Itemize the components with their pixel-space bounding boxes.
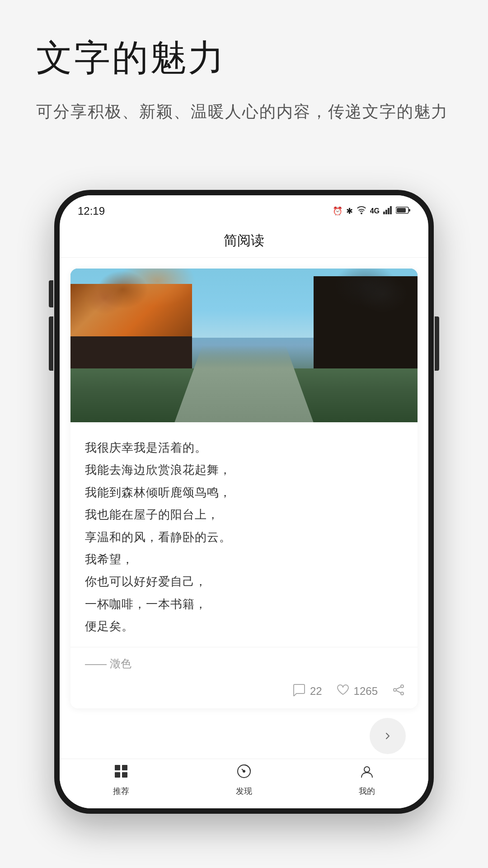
svg-rect-1 [385, 210, 387, 214]
svg-point-7 [401, 685, 404, 688]
top-content: 文字的魅力 可分享积极、新颖、温暖人心的内容，传递文字的魅力 [36, 36, 452, 125]
article-author: —— 澂色 [70, 647, 418, 678]
main-title: 文字的魅力 [36, 36, 452, 80]
svg-point-19 [364, 767, 370, 772]
next-button[interactable] [370, 718, 406, 754]
share-icon [392, 684, 405, 699]
alarm-icon: ⏰ [333, 206, 343, 216]
svg-rect-0 [383, 212, 385, 214]
nav-item-recommend[interactable]: 推荐 [60, 764, 183, 797]
svg-line-11 [396, 690, 401, 693]
phone-inner: 12:19 ⏰ ✱ 4G [60, 195, 428, 808]
svg-rect-5 [408, 209, 410, 212]
nav-label-discover: 发现 [236, 786, 252, 797]
scene-foliage [70, 269, 418, 353]
svg-line-10 [396, 687, 401, 689]
svg-rect-6 [397, 208, 406, 212]
article-footer: 22 1265 [70, 678, 418, 708]
nav-item-discover[interactable]: 发现 [183, 764, 305, 797]
app-title: 简阅读 [224, 233, 264, 248]
bottom-nav: 推荐 发现 [60, 759, 428, 808]
nav-item-profile[interactable]: 我的 [305, 764, 428, 797]
svg-point-8 [394, 689, 396, 691]
phone-outer: 12:19 ⏰ ✱ 4G [54, 190, 434, 814]
article-image-scene [70, 269, 418, 422]
svg-rect-12 [115, 765, 120, 770]
status-time: 12:19 [78, 205, 105, 217]
svg-rect-13 [122, 765, 127, 770]
svg-rect-14 [115, 772, 120, 778]
profile-icon [359, 764, 375, 783]
status-bar: 12:19 ⏰ ✱ 4G [60, 195, 428, 222]
like-count: 1265 [354, 685, 378, 698]
phone-mockup: 12:19 ⏰ ✱ 4G [54, 190, 434, 814]
signal-4g-icon: 4G [370, 207, 380, 215]
comment-icon [293, 684, 305, 699]
nav-label-recommend: 推荐 [113, 786, 129, 797]
article-body: 我很庆幸我是活着的。 我能去海边欣赏浪花起舞， 我能到森林倾听鹿颂鸟鸣， 我也能… [70, 422, 418, 647]
volume-down-button [49, 316, 53, 344]
heart-icon [337, 684, 349, 699]
scene-path [174, 345, 313, 422]
comment-count: 22 [310, 685, 322, 698]
nav-label-profile: 我的 [359, 786, 375, 797]
svg-point-9 [401, 692, 404, 695]
wifi-icon [357, 206, 366, 217]
battery-icon [396, 206, 410, 217]
like-action[interactable]: 1265 [337, 684, 378, 699]
svg-rect-2 [388, 208, 389, 214]
status-icons: ⏰ ✱ 4G [333, 206, 410, 217]
article-image [70, 269, 418, 422]
volume-up-button [49, 280, 53, 307]
recommend-icon [113, 764, 129, 783]
app-header: 简阅读 [60, 222, 428, 258]
svg-rect-15 [122, 772, 127, 778]
subtitle: 可分享积极、新颖、温暖人心的内容，传递文字的魅力 [36, 98, 452, 125]
signal-bars-icon [383, 206, 392, 217]
share-action[interactable] [392, 684, 405, 699]
article-card[interactable]: 我很庆幸我是活着的。 我能去海边欣赏浪花起舞， 我能到森林倾听鹿颂鸟鸣， 我也能… [70, 269, 418, 708]
svg-rect-3 [390, 206, 392, 214]
article-text: 我很庆幸我是活着的。 我能去海边欣赏浪花起舞， 我能到森林倾听鹿颂鸟鸣， 我也能… [85, 437, 403, 638]
bluetooth-icon: ✱ [346, 206, 353, 216]
comment-action[interactable]: 22 [293, 684, 322, 699]
discover-icon [236, 764, 252, 783]
